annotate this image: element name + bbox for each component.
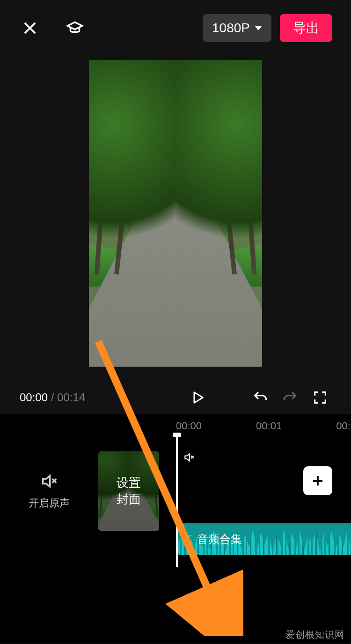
- close-icon: [21, 19, 39, 37]
- video-preview[interactable]: [89, 60, 262, 367]
- total-time: 00:14: [57, 391, 85, 404]
- fullscreen-button[interactable]: [307, 384, 333, 411]
- audio-clip[interactable]: 音频合集: [178, 523, 351, 555]
- ruler-tick: 00:02: [336, 420, 351, 432]
- redo-button[interactable]: [277, 384, 303, 411]
- undo-icon: [252, 390, 268, 405]
- close-button[interactable]: [19, 17, 41, 39]
- set-cover-button[interactable]: 设置 封面: [98, 451, 159, 531]
- clip-mute-indicator: [183, 451, 195, 465]
- timeline[interactable]: 00:00 00:01 00:02 00:03 开启原声 设置 封面: [0, 414, 351, 644]
- ruler-tick: 00:00: [176, 420, 202, 432]
- graduation-cap-icon: [66, 19, 84, 37]
- audio-label: 音频合集: [197, 532, 242, 547]
- current-time: 00:00: [20, 391, 48, 404]
- watermark: 爱创根知识网: [285, 629, 344, 641]
- redo-icon: [282, 390, 298, 405]
- playhead[interactable]: [176, 436, 178, 567]
- set-cover-label: 设置 封面: [98, 451, 159, 531]
- ruler-tick: 00:01: [256, 420, 282, 432]
- chevron-down-icon: [255, 26, 262, 30]
- preview-area: [0, 56, 351, 381]
- fullscreen-icon: [312, 390, 328, 405]
- speaker-muted-icon: [183, 451, 195, 463]
- original-sound-toggle[interactable]: 开启原声: [0, 472, 98, 510]
- resolution-label: 1080P: [212, 21, 250, 36]
- top-bar: 1080P 导出: [0, 0, 351, 56]
- speaker-muted-icon: [40, 472, 58, 491]
- add-clip-button[interactable]: [303, 466, 332, 495]
- time-display: 00:00 / 00:14: [20, 391, 85, 404]
- original-sound-label: 开启原声: [29, 496, 70, 510]
- undo-button[interactable]: [247, 384, 273, 411]
- tutorial-button[interactable]: [64, 17, 86, 39]
- play-icon: [190, 390, 205, 405]
- plus-icon: [311, 474, 325, 488]
- player-controls: 00:00 / 00:14: [0, 381, 351, 414]
- play-button[interactable]: [184, 384, 211, 411]
- export-button[interactable]: 导出: [280, 14, 332, 42]
- resolution-selector[interactable]: 1080P: [203, 14, 271, 42]
